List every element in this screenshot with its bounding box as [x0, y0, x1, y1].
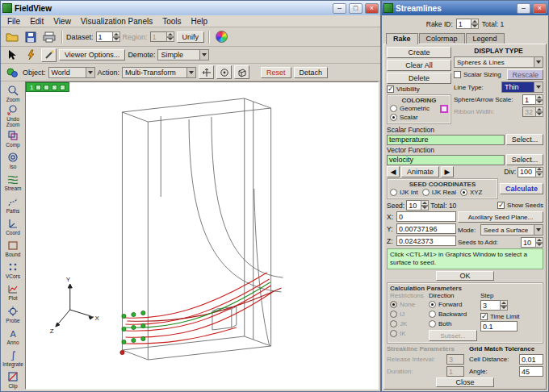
rotate-icon[interactable] [216, 65, 232, 79]
lightning-icon[interactable] [23, 48, 39, 62]
menu-file[interactable]: File [3, 17, 24, 26]
sidebar-item-coord[interactable]: Coord [1, 215, 25, 237]
calculate-button[interactable]: Calculate [500, 183, 543, 194]
coloring-geometric-radio[interactable]: Geometric [390, 104, 448, 113]
unify-button[interactable]: Unify [177, 31, 205, 43]
demote-dropdown[interactable]: Simple [157, 49, 209, 60]
action-dropdown[interactable]: Multi-Transform [122, 67, 196, 78]
radio-dot-icon [390, 311, 397, 318]
create-button[interactable]: Create [387, 47, 451, 58]
time-limit-checkbox[interactable]: Time Limit [480, 313, 540, 320]
sidebar-item-paths[interactable]: Paths [1, 194, 25, 215]
sidebar-item-vcors[interactable]: VCors [1, 260, 25, 281]
detach-button[interactable]: Detach [294, 67, 329, 78]
sidebar-item-bound[interactable]: Bound [1, 238, 25, 260]
sidebar-item-comp[interactable]: Comp [1, 127, 25, 149]
direction-backward-radio[interactable]: Backward [429, 310, 477, 319]
cube-view-icon[interactable] [234, 65, 249, 79]
spin-down-icon [166, 37, 174, 43]
scalar-select-button[interactable]: Select... [506, 134, 543, 145]
vector-select-button[interactable]: Select... [506, 154, 543, 165]
div-spinner[interactable]: 100 [518, 167, 543, 177]
save-icon[interactable] [23, 30, 39, 44]
tab-rake[interactable]: Rake [386, 33, 418, 44]
sidebar-item-anno[interactable]: AAnno [1, 325, 25, 347]
seeds-to-add-spinner[interactable]: 10 [521, 237, 543, 248]
dialog-minimize-button[interactable] [517, 3, 530, 14]
menu-visualization-panels[interactable]: Visualization Panels [77, 17, 157, 26]
rake-id-spinner[interactable]: 1 [456, 19, 479, 29]
spin-down-icon [421, 206, 429, 211]
maximize-button[interactable] [349, 3, 363, 14]
print-icon[interactable] [41, 30, 57, 44]
delete-button[interactable]: Delete [387, 73, 451, 84]
viewport-tool-icon[interactable] [52, 85, 57, 90]
rescale-button[interactable]: Rescale [507, 69, 543, 80]
tab-legend[interactable]: Legend [466, 33, 505, 44]
scalar-function-field[interactable]: temperature [387, 135, 505, 145]
div-label: Div: [504, 168, 516, 176]
menu-tools[interactable]: Tools [158, 17, 185, 26]
display-type-dropdown[interactable]: Spheres & Lines [454, 56, 543, 68]
visibility-checkbox[interactable]: Visibility [387, 85, 451, 93]
dialog-close-action-button[interactable]: Close [436, 377, 494, 387]
step-spinner[interactable]: 3 [480, 300, 540, 311]
seed-spinner[interactable]: 10 [406, 200, 429, 211]
coloring-swatch[interactable] [440, 105, 448, 113]
translate-icon[interactable] [199, 65, 214, 79]
direction-forward-radio[interactable]: Forward [429, 300, 477, 309]
viewport-tool-icon[interactable] [60, 85, 65, 90]
color-wheel-icon[interactable] [213, 30, 229, 44]
direction-both-radio[interactable]: Both [429, 319, 477, 328]
sidebar-item-integrate[interactable]: ∫Integrate [1, 348, 25, 369]
menu-edit[interactable]: Edit [26, 17, 48, 26]
tab-colormap[interactable]: Colormap [419, 33, 465, 44]
sidebar-item-stream[interactable]: Stream [1, 172, 25, 194]
sidebar-item-clip[interactable]: Clip [1, 369, 25, 391]
wand-icon[interactable] [41, 48, 57, 62]
pointer-icon[interactable] [4, 48, 20, 62]
show-seeds-checkbox[interactable]: Show Seeds [497, 202, 543, 209]
x-field[interactable]: 0 [396, 211, 456, 222]
animate-next-button[interactable]: ▶ [441, 166, 454, 177]
viewer-options-button[interactable]: Viewer Options... [59, 49, 125, 60]
sidebar-item-plot[interactable]: Plot [1, 281, 25, 303]
reset-button[interactable]: Reset [261, 67, 291, 78]
ok-button[interactable]: OK [436, 271, 494, 281]
open-file-icon[interactable] [4, 30, 20, 44]
seed-coord-ijk-real-radio[interactable]: IJK Real [422, 188, 456, 197]
menu-help[interactable]: Help [187, 17, 212, 26]
animate-prev-button[interactable]: ◀ [387, 166, 400, 177]
auxiliary-seed-plane-button[interactable]: Auxiliary Seed Plane... [458, 211, 543, 223]
dataset-spinner[interactable]: 1 [96, 31, 120, 42]
cell-distance-field[interactable]: 0.01 [519, 354, 543, 365]
sidebar-item-probe[interactable]: Probe [1, 303, 25, 325]
seed-coord-xyz-radio[interactable]: XYZ [460, 188, 483, 197]
mode-dropdown[interactable]: Seed a Surface [480, 224, 543, 236]
viewport-tab-1[interactable]: 1 [26, 82, 69, 92]
close-button[interactable] [365, 3, 379, 14]
spheres-icon[interactable] [4, 65, 20, 79]
scalar-sizing-checkbox[interactable]: Scalar Sizing [454, 71, 501, 78]
viewport-3d[interactable]: 1 [25, 81, 379, 390]
line-type-dropdown[interactable]: Thin [501, 81, 543, 93]
menu-view[interactable]: View [49, 17, 75, 26]
viewport-tool-icon[interactable] [36, 85, 41, 90]
sphere-arrow-scale-spinner[interactable]: 1 [522, 94, 543, 105]
sidebar-item-undo-zoom[interactable]: Undo Zoom [1, 104, 25, 127]
y-field[interactable]: 0.00737196 [396, 223, 456, 234]
vector-function-field[interactable]: velocity [387, 155, 505, 165]
sidebar-item-iso[interactable]: Iso [1, 150, 25, 172]
object-dropdown[interactable]: World [48, 67, 95, 78]
minimize-button[interactable] [333, 3, 346, 14]
coloring-scalar-radio[interactable]: Scalar [390, 113, 448, 122]
clear-all-button[interactable]: Clear All [387, 60, 451, 71]
animate-button[interactable]: Animate [401, 166, 439, 177]
seed-coord-ijk-int-radio[interactable]: IJK Int [390, 188, 418, 197]
time-limit-field[interactable]: 0.1 [480, 321, 518, 332]
viewport-tool-icon[interactable] [44, 85, 49, 90]
sidebar-item-zoom[interactable]: Zoom [1, 82, 25, 104]
z-field[interactable]: 0.0242373 [396, 236, 456, 246]
dialog-close-button[interactable] [533, 3, 547, 14]
angle-field[interactable]: 45 [519, 366, 543, 377]
